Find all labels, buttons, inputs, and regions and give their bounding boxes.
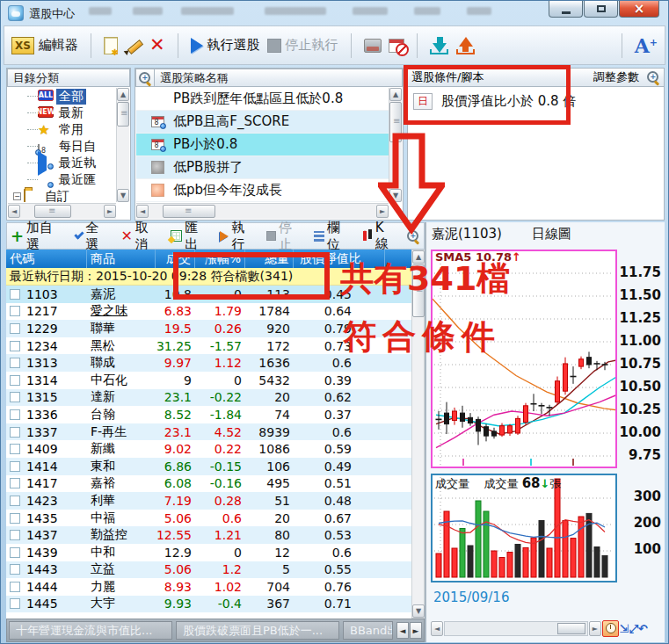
chart-scroll-left-button[interactable]: ◄	[431, 621, 443, 636]
condition-row[interactable]: 日 股價淨值比小於 0.8 倍	[413, 93, 576, 110]
row-checkbox[interactable]	[10, 598, 20, 609]
column-header-成交[interactable]: 成交	[156, 250, 195, 268]
table-vertical-scrollbar[interactable]: ▲ ▼	[411, 250, 425, 619]
tree-item-全部[interactable]: ALL全部	[8, 88, 116, 105]
tree-expander-icon[interactable]: −	[13, 192, 21, 200]
shrink-view-icon[interactable]: ⇲	[620, 622, 629, 635]
scroll-right-button[interactable]: ►	[104, 205, 116, 218]
cancel-button[interactable]: ✕ 取消	[120, 220, 160, 253]
intraday-monitor-button[interactable]	[364, 39, 382, 53]
table-row-1423[interactable]: 1423利華7.190.28510.48	[6, 492, 411, 510]
table-row-1437[interactable]: 1437勤益控12.551.21800.53	[6, 526, 411, 544]
row-checkbox[interactable]	[10, 289, 20, 300]
row-checkbox[interactable]	[10, 582, 20, 592]
table-row-1444[interactable]: 1444力麗8.931.027040.76	[6, 578, 411, 596]
adjust-params-button[interactable]: 調整參數	[593, 69, 639, 85]
row-checkbox[interactable]	[10, 530, 20, 540]
scroll-thumb[interactable]	[34, 205, 71, 218]
font-size-button[interactable]: A+	[635, 34, 658, 57]
chart-scroll-track[interactable]	[444, 621, 588, 636]
table-row-1445[interactable]: 1445大宇9.93-0.43670.71	[6, 596, 411, 613]
undo-icon[interactable]: ↶	[638, 622, 647, 635]
directory-vertical-scrollbar[interactable]: ▲ ▼	[116, 88, 129, 202]
strategy-item[interactable]: 低PB且高F_SCORE	[136, 111, 389, 134]
scroll-down-button[interactable]: ▼	[412, 604, 425, 618]
table-row-1313[interactable]: 1313聯成9.971.1216360.6	[6, 354, 411, 372]
tree-item-每日自[interactable]: 每日自	[8, 138, 116, 155]
table-row-1229[interactable]: 1229聯華19.50.269200.79	[6, 320, 411, 337]
column-header-代碼[interactable]: 代碼	[6, 250, 87, 268]
row-checkbox[interactable]	[10, 341, 20, 351]
table-row-1435[interactable]: 1435中福5.060.6200.67	[6, 510, 411, 527]
select-all-button[interactable]: 全選	[75, 220, 112, 253]
table-row-1217[interactable]: 1217愛之味6.831.7917840.64	[6, 303, 411, 321]
schedule-disable-button[interactable]	[389, 39, 404, 53]
import-button[interactable]	[430, 37, 449, 54]
tree-item-自訂[interactable]: −自訂	[8, 188, 116, 202]
column-header-股價淨值比[interactable]: 股價淨值比	[294, 250, 385, 268]
row-checkbox[interactable]	[10, 427, 20, 438]
table-row-1414[interactable]: 1414東和6.86-0.151060.49	[6, 458, 411, 475]
add-watchlist-button[interactable]: + 加自選	[11, 220, 65, 253]
chart-scroll-thumb[interactable]	[557, 623, 585, 634]
row-checkbox[interactable]	[10, 461, 20, 472]
scroll-down-button[interactable]: ▼	[389, 189, 402, 202]
edit-strategy-button[interactable]	[125, 37, 142, 54]
strategy-item[interactable]: PB跌到歷年低點區且低於0.8	[136, 88, 389, 111]
scroll-left-button[interactable]: ◄	[8, 205, 20, 218]
strategy-zoom-button[interactable]: +	[135, 69, 155, 87]
export-results-button[interactable]: 匯出	[171, 220, 211, 253]
row-checkbox[interactable]	[10, 323, 20, 334]
tree-item-最近匯[interactable]: 最近匯	[8, 171, 116, 188]
columns-button[interactable]: 欄位	[314, 220, 353, 253]
chart-scroll-right-button[interactable]: ►	[589, 621, 601, 636]
scroll-up-button[interactable]: ▲	[412, 250, 425, 264]
scroll-down-button[interactable]: ▼	[117, 189, 129, 202]
row-checkbox[interactable]	[10, 513, 20, 524]
column-header-總量[interactable]: 總量	[245, 250, 294, 268]
scroll-up-button[interactable]: ▲	[389, 88, 402, 101]
strategy-tab-2[interactable]: 股價跌破票面且PB低於一...	[176, 621, 339, 640]
table-row-1417[interactable]: 1417嘉裕6.08-0.164950.51	[6, 475, 411, 493]
stop-screen-button[interactable]: 停止執行	[267, 37, 338, 54]
strategy-horizontal-scrollbar[interactable]: ◄ ►	[136, 203, 389, 219]
strategy-item[interactable]: 低pb但今年沒成長	[136, 179, 389, 202]
editor-button[interactable]: XS 編輯器	[11, 37, 78, 54]
close-button[interactable]: ×	[619, 1, 659, 18]
table-row-1315[interactable]: 1315達新23.1-0.22200.62	[6, 389, 411, 407]
table-row-1314[interactable]: 1314中石化9054320.39	[6, 372, 411, 389]
scroll-thumb[interactable]	[389, 102, 402, 142]
row-checkbox[interactable]	[10, 409, 20, 420]
tree-item-最近執[interactable]: 最近執	[8, 155, 116, 171]
strategy-item[interactable]: 低PB股拼了	[136, 156, 389, 179]
scroll-thumb[interactable]	[412, 264, 425, 317]
maximize-button[interactable]	[584, 1, 618, 18]
row-checkbox[interactable]	[10, 478, 20, 488]
scroll-thumb[interactable]	[163, 205, 215, 218]
column-header-商品[interactable]: 商品	[87, 250, 156, 268]
stop-button[interactable]: 停止	[266, 220, 304, 253]
column-header-漲幅%[interactable]: 漲幅%	[195, 250, 245, 268]
row-checkbox[interactable]	[10, 547, 20, 558]
new-strategy-button[interactable]	[104, 37, 118, 54]
tab-scroll-left-button[interactable]: ◄	[396, 622, 409, 639]
kline-button[interactable]: K線	[362, 220, 396, 252]
minimize-button[interactable]	[549, 1, 583, 18]
strategy-tab-3[interactable]: BBand出...	[343, 621, 393, 640]
tree-item-最新[interactable]: NEW最新	[8, 105, 116, 121]
expand-view-icon[interactable]: ⤢	[629, 622, 637, 636]
time-mode-button[interactable]	[602, 620, 619, 637]
strategy-vertical-scrollbar[interactable]: ▲ ▼	[389, 88, 402, 202]
export-button[interactable]	[456, 37, 476, 54]
table-row-1234[interactable]: 1234黑松31.25-1.571720.73	[6, 337, 411, 355]
table-row-1443[interactable]: 1443立益5.061.250.55	[6, 561, 411, 579]
scroll-up-button[interactable]: ▲	[117, 88, 129, 101]
row-checkbox[interactable]	[10, 496, 20, 506]
table-row-1103[interactable]: 1103嘉泥10.801130.45	[6, 286, 411, 303]
row-checkbox[interactable]	[10, 358, 20, 368]
row-checkbox[interactable]	[10, 564, 20, 575]
scroll-right-button[interactable]: ►	[376, 205, 389, 218]
row-checkbox[interactable]	[10, 444, 20, 454]
strategy-item[interactable]: PB小於0.8	[136, 134, 389, 156]
run-button[interactable]: 執行	[220, 220, 257, 253]
